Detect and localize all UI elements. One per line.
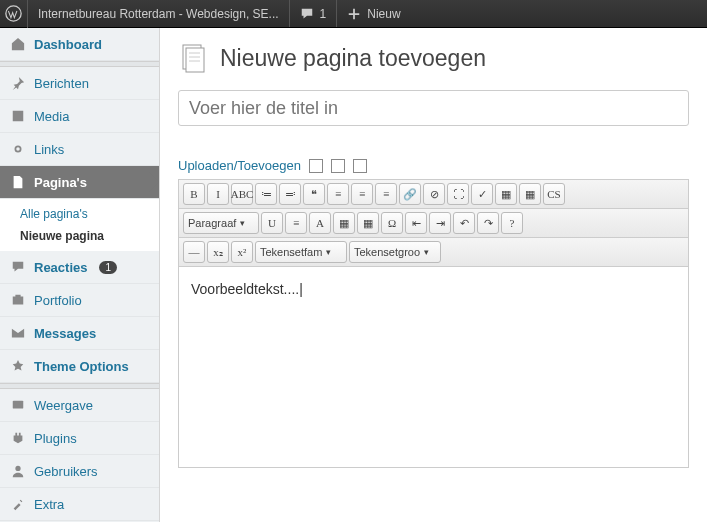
toolbar-button[interactable]: ✓ [471, 183, 493, 205]
toolbar-button[interactable]: CS [543, 183, 565, 205]
toolbar-button[interactable]: ⛶ [447, 183, 469, 205]
media-icon [10, 108, 26, 124]
toolbar-button[interactable]: ↷ [477, 212, 499, 234]
page-header-icon [178, 42, 210, 74]
toolbar-button[interactable]: ❝ [303, 183, 325, 205]
portfolio-icon [10, 292, 26, 308]
font-size-select[interactable]: Tekensetgroo [349, 241, 441, 263]
sidebar-item-posts[interactable]: Berichten [0, 67, 159, 100]
theme-icon [10, 358, 26, 374]
wordpress-logo[interactable] [0, 0, 28, 28]
sidebar-label: Theme Options [34, 359, 129, 374]
toolbar-row-3: —x₂x² Tekensetfam Tekensetgroo [179, 238, 688, 267]
sidebar-label: Gebruikers [34, 464, 98, 479]
toolbar-button[interactable]: ≔ [255, 183, 277, 205]
topbar-comments[interactable]: 1 [290, 0, 338, 27]
sidebar-item-extra[interactable]: Extra [0, 488, 159, 521]
sidebar-item-links[interactable]: Links [0, 133, 159, 166]
sidebar-item-users[interactable]: Gebruikers [0, 455, 159, 488]
editor-text: Voorbeeldtekst.... [191, 281, 303, 297]
sidebar-label: Extra [34, 497, 64, 512]
toolbar-button[interactable]: ABC [231, 183, 253, 205]
submenu-all-pages[interactable]: Alle pagina's [0, 203, 159, 225]
comment-count: 1 [320, 7, 327, 21]
sidebar-label: Weergave [34, 398, 93, 413]
topbar-new[interactable]: Nieuw [337, 0, 410, 27]
media-upload-icon[interactable] [353, 159, 367, 173]
pages-submenu: Alle pagina's Nieuwe pagina [0, 199, 159, 251]
toolbar-button[interactable]: ⊘ [423, 183, 445, 205]
new-label: Nieuw [367, 7, 400, 21]
main-content: Nieuwe pagina toevoegen Uploaden/Toevoeg… [160, 28, 707, 522]
svg-rect-1 [13, 401, 24, 409]
upload-row: Uploaden/Toevoegen [178, 158, 689, 173]
site-name-link[interactable]: Internetbureau Rotterdam - Webdesign, SE… [28, 0, 290, 27]
appearance-icon [10, 397, 26, 413]
svg-point-0 [6, 6, 21, 21]
sidebar-item-theme-options[interactable]: Theme Options [0, 350, 159, 383]
sidebar-item-messages[interactable]: Messages [0, 317, 159, 350]
title-input[interactable] [178, 90, 689, 126]
link-icon [10, 141, 26, 157]
editor: BIABC≔≕❝≡≡≡🔗⊘⛶✓▦▦CS Paragraaf U≡A▦▦Ω⇤⇥↶↷… [178, 179, 689, 468]
sidebar-item-appearance[interactable]: Weergave [0, 389, 159, 422]
sidebar-label: Links [34, 142, 64, 157]
toolbar-button[interactable]: A [309, 212, 331, 234]
toolbar-button[interactable]: ? [501, 212, 523, 234]
users-icon [10, 463, 26, 479]
toolbar-button[interactable]: — [183, 241, 205, 263]
sidebar-item-plugins[interactable]: Plugins [0, 422, 159, 455]
svg-point-2 [15, 466, 20, 471]
admin-sidebar: Dashboard Berichten Media Links Pagina's… [0, 28, 160, 522]
toolbar-button[interactable]: I [207, 183, 229, 205]
sidebar-label: Media [34, 109, 69, 124]
format-select[interactable]: Paragraaf [183, 212, 259, 234]
content-editable[interactable]: Voorbeeldtekst.... [179, 267, 688, 467]
sidebar-item-dashboard[interactable]: Dashboard [0, 28, 159, 61]
comment-icon [10, 259, 26, 275]
sidebar-label: Messages [34, 326, 96, 341]
toolbar-button[interactable]: B [183, 183, 205, 205]
toolbar-button[interactable]: ▦ [333, 212, 355, 234]
svg-rect-7 [186, 48, 204, 72]
toolbar-button[interactable]: ≡ [351, 183, 373, 205]
admin-topbar: Internetbureau Rotterdam - Webdesign, SE… [0, 0, 707, 28]
page-title: Nieuwe pagina toevoegen [220, 45, 486, 72]
toolbar-button[interactable]: ↶ [453, 212, 475, 234]
sidebar-item-pages[interactable]: Pagina's [0, 166, 159, 199]
sidebar-label: Berichten [34, 76, 89, 91]
toolbar-button[interactable]: ▦ [357, 212, 379, 234]
toolbar-button[interactable]: ≡ [285, 212, 307, 234]
sidebar-item-portfolio[interactable]: Portfolio [0, 284, 159, 317]
upload-link[interactable]: Uploaden/Toevoegen [178, 158, 301, 173]
font-family-select[interactable]: Tekensetfam [255, 241, 347, 263]
sidebar-label: Pagina's [34, 175, 87, 190]
media-upload-icon[interactable] [331, 159, 345, 173]
pin-icon [10, 75, 26, 91]
toolbar-button[interactable]: ≡ [327, 183, 349, 205]
sidebar-label: Portfolio [34, 293, 82, 308]
toolbar-button[interactable]: ▦ [495, 183, 517, 205]
dashboard-icon [10, 36, 26, 52]
media-upload-icon[interactable] [309, 159, 323, 173]
toolbar-button[interactable]: ⇥ [429, 212, 451, 234]
toolbar-button[interactable]: ≕ [279, 183, 301, 205]
tools-icon [10, 496, 26, 512]
toolbar-row-1: BIABC≔≕❝≡≡≡🔗⊘⛶✓▦▦CS [179, 180, 688, 209]
toolbar-button[interactable]: ⇤ [405, 212, 427, 234]
comments-badge: 1 [99, 261, 117, 274]
toolbar-button[interactable]: x₂ [207, 241, 229, 263]
toolbar-button[interactable]: ▦ [519, 183, 541, 205]
toolbar-button[interactable]: ≡ [375, 183, 397, 205]
sidebar-label: Dashboard [34, 37, 102, 52]
submenu-new-page[interactable]: Nieuwe pagina [0, 225, 159, 247]
sidebar-item-media[interactable]: Media [0, 100, 159, 133]
toolbar-button[interactable]: U [261, 212, 283, 234]
toolbar-button[interactable]: x² [231, 241, 253, 263]
toolbar-button[interactable]: 🔗 [399, 183, 421, 205]
sidebar-label: Plugins [34, 431, 77, 446]
page-icon [10, 174, 26, 190]
messages-icon [10, 325, 26, 341]
sidebar-item-comments[interactable]: Reacties 1 [0, 251, 159, 284]
toolbar-button[interactable]: Ω [381, 212, 403, 234]
